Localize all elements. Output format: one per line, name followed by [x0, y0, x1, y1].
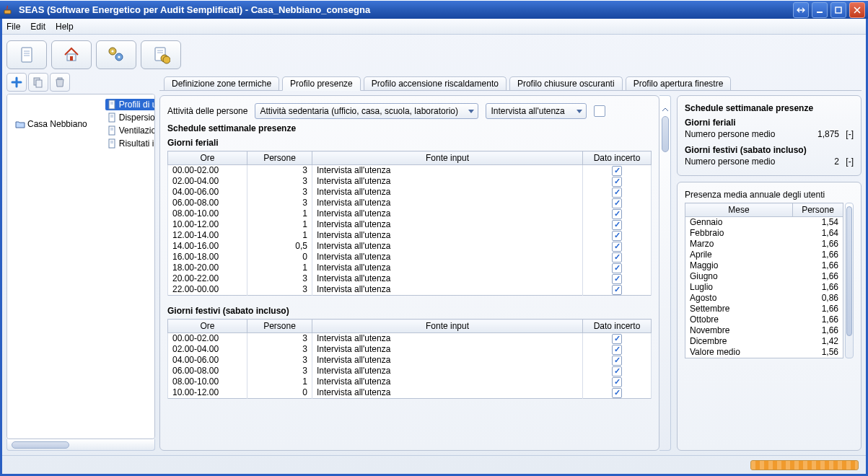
- tree-item[interactable]: Risultati involucro: [104, 137, 155, 150]
- table-row[interactable]: 22.00-00.003Intervista all'utenza✓: [168, 284, 652, 296]
- menu-help[interactable]: Help: [56, 22, 74, 32]
- tree-delete-button[interactable]: [50, 73, 70, 92]
- table-row[interactable]: 10.00-12.000Intervista all'utenza✓: [168, 387, 652, 399]
- table-row[interactable]: 04.00-06.003Intervista all'utenza✓: [168, 187, 652, 198]
- table-row[interactable]: 20.00-22.003Intervista all'utenza✓: [168, 273, 652, 284]
- table-row[interactable]: 04.00-06.003Intervista all'utenza✓: [168, 355, 652, 366]
- table-row[interactable]: 00.00-02.003Intervista all'utenza✓: [168, 333, 652, 345]
- scrollbar-thumb[interactable]: [846, 206, 852, 336]
- checkbox-icon[interactable]: ✓: [612, 177, 622, 187]
- checkbox-icon[interactable]: ✓: [612, 285, 622, 295]
- checkbox-icon[interactable]: ✓: [612, 334, 622, 344]
- document-icon: [107, 113, 117, 123]
- checkbox-icon[interactable]: ✓: [612, 356, 622, 366]
- table-row[interactable]: 10.00-12.001Intervista all'utenza✓: [168, 219, 652, 230]
- table-row[interactable]: Gennaio1,54: [685, 217, 843, 229]
- checkbox-icon[interactable]: ✓: [612, 166, 622, 176]
- svg-point-10: [111, 50, 113, 52]
- checkbox-icon[interactable]: ✓: [612, 377, 622, 387]
- goto-button[interactable]: [793, 2, 809, 18]
- tab[interactable]: Profilo chiusure oscuranti: [509, 76, 623, 90]
- menu-edit[interactable]: Edit: [30, 22, 45, 32]
- table-row[interactable]: 12.00-14.001Intervista all'utenza✓: [168, 230, 652, 241]
- toolbar-results-button[interactable]: [141, 40, 181, 69]
- table-row[interactable]: Ottobre1,66: [685, 314, 843, 325]
- tree-root-label[interactable]: Casa Nebbiano: [27, 118, 87, 130]
- checkbox-icon[interactable]: ✓: [612, 366, 622, 376]
- project-tree[interactable]: Casa Nebbiano Profili di utilizzoDispers…: [6, 94, 155, 439]
- table-row[interactable]: 00.00-02.003Intervista all'utenza✓: [168, 165, 652, 177]
- close-button[interactable]: [849, 2, 865, 18]
- scroll-up-icon[interactable]: [662, 106, 669, 113]
- toolbar-doc-button[interactable]: [6, 40, 47, 69]
- summary-panel: Schedule settimanale presenze Giorni fer…: [677, 95, 862, 176]
- toolbar-settings-button[interactable]: [96, 40, 136, 69]
- table-row[interactable]: Aprile1,66: [685, 250, 843, 260]
- toolbar-home-button[interactable]: [51, 40, 92, 69]
- tree-scrollbar[interactable]: [6, 439, 155, 451]
- summary-festivi-label: Numero persone medio: [685, 157, 775, 167]
- checkbox-icon[interactable]: ✓: [612, 252, 622, 263]
- table-row[interactable]: Settembre1,66: [685, 304, 843, 314]
- window-title: SEAS (Software Energetico per Audit Semp…: [19, 4, 790, 15]
- table-row[interactable]: Agosto0,86: [685, 293, 843, 304]
- tree-item[interactable]: Dispersioni per trasmissione: [104, 111, 155, 124]
- table-row[interactable]: Luglio1,66: [685, 282, 843, 293]
- tree-add-button[interactable]: [6, 73, 27, 92]
- summary-feriali-heading: Giorni feriali: [685, 118, 854, 128]
- annual-table[interactable]: Mese Persone Gennaio1,54Febbraio1,64Marz…: [685, 203, 843, 358]
- checkbox-icon[interactable]: ✓: [612, 242, 622, 252]
- table-row[interactable]: 06.00-08.003Intervista all'utenza✓: [168, 366, 652, 376]
- feriali-table[interactable]: Ore Persone Fonte input Dato incerto 00.…: [167, 151, 652, 296]
- activity-type-combo[interactable]: Attività sedentaria (ufficio, casa, scuo…: [255, 103, 478, 119]
- checkbox-icon[interactable]: ✓: [612, 231, 622, 241]
- tab[interactable]: Profilo presenze: [282, 76, 361, 91]
- schedule-title: Schedule settimanale presenze: [167, 123, 652, 133]
- maximize-button[interactable]: [830, 2, 846, 18]
- tree-item[interactable]: Profili di utilizzo: [104, 98, 155, 111]
- table-row[interactable]: Dicembre1,42: [685, 336, 843, 347]
- table-row[interactable]: 18.00-20.001Intervista all'utenza✓: [168, 263, 652, 273]
- table-row[interactable]: Febbraio1,64: [685, 228, 843, 239]
- minimize-button[interactable]: [812, 2, 828, 18]
- tree-duplicate-button[interactable]: [28, 73, 48, 92]
- table-row[interactable]: 14.00-16.000,5Intervista all'utenza✓: [168, 241, 652, 252]
- scrollbar-thumb[interactable]: [662, 116, 669, 152]
- annual-scrollbar[interactable]: [845, 203, 854, 358]
- checkbox-icon[interactable]: ✓: [612, 345, 622, 355]
- tab[interactable]: Profilo accensione riscaldamento: [364, 76, 507, 90]
- summary-unit: [-]: [846, 129, 854, 139]
- checkbox-icon[interactable]: ✓: [612, 209, 622, 219]
- table-row[interactable]: 02.00-04.003Intervista all'utenza✓: [168, 344, 652, 355]
- table-row[interactable]: 02.00-04.003Intervista all'utenza✓: [168, 176, 652, 187]
- activity-uncertain-checkbox[interactable]: [594, 105, 605, 117]
- summary-feriali-label: Numero persone medio: [685, 129, 775, 139]
- tab[interactable]: Profilo apertura finestre: [626, 76, 732, 90]
- menu-file[interactable]: File: [6, 22, 20, 32]
- checkbox-icon[interactable]: ✓: [612, 188, 622, 198]
- table-row[interactable]: Marzo1,66: [685, 239, 843, 250]
- tree-item[interactable]: Ventilazioni e apporti interni: [104, 124, 155, 137]
- table-row[interactable]: 08.00-10.001Intervista all'utenza✓: [168, 208, 652, 219]
- checkbox-icon[interactable]: ✓: [612, 198, 622, 208]
- annual-panel: Presenza media annuale degli utenti Mese…: [677, 182, 862, 451]
- center-scrollbar[interactable]: [659, 95, 671, 451]
- festivi-table[interactable]: Ore Persone Fonte input Dato incerto 00.…: [167, 319, 652, 399]
- checkbox-icon[interactable]: ✓: [612, 263, 622, 273]
- toolbar: [2, 35, 866, 69]
- table-row[interactable]: Maggio1,66: [685, 260, 843, 271]
- svg-rect-30: [109, 139, 115, 148]
- document-icon: [107, 100, 117, 110]
- activity-source-combo[interactable]: Intervista all'utenza: [486, 103, 587, 119]
- checkbox-icon[interactable]: ✓: [612, 220, 622, 230]
- table-row[interactable]: Novembre1,66: [685, 325, 843, 336]
- table-row[interactable]: 08.00-10.001Intervista all'utenza✓: [168, 376, 652, 387]
- table-row[interactable]: 16.00-18.000Intervista all'utenza✓: [168, 252, 652, 263]
- checkbox-icon[interactable]: ✓: [612, 388, 622, 398]
- table-row[interactable]: Valore medio1,56: [685, 347, 843, 358]
- checkbox-icon[interactable]: ✓: [612, 274, 622, 284]
- tab[interactable]: Definizione zone termiche: [164, 76, 279, 90]
- table-row[interactable]: Giugno1,66: [685, 271, 843, 282]
- document-icon: [107, 138, 117, 149]
- table-row[interactable]: 06.00-08.003Intervista all'utenza✓: [168, 198, 652, 208]
